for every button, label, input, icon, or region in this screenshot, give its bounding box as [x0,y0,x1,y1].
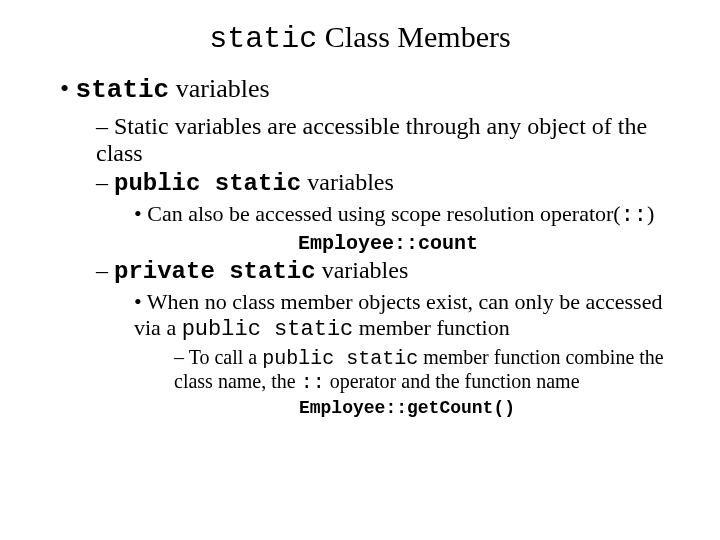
bullet-lvl2-2: public static variables Can also be acce… [96,169,680,255]
bullet-lvl2-1: Static variables are accessible through … [96,113,680,167]
lvl2-2-code: public static [114,170,301,197]
lvl4-1-code: public static [262,347,418,370]
lvl4-1-post: operator and the function name [325,370,580,392]
bullet-lvl4-1: To call a public static member function … [174,346,680,394]
bullet-lvl2-3: private static variables When no class m… [96,257,680,418]
code-example-2: Employee::getCount() [134,398,680,418]
bullet-lvl1-1: static variables Static variables are ac… [60,74,680,418]
code-example-1: Employee::count [96,232,680,255]
lvl2-3-rest: variables [316,257,409,283]
slide-title: static Class Members [40,20,680,56]
lvl2-1-text: Static variables are accessible through … [96,113,647,166]
lvl3-2-post: member function [353,315,509,340]
bullet-lvl3-1: Can also be accessed using scope resolut… [134,201,680,228]
lvl3-1-post: ) [647,201,654,226]
lvl2-3-code: private static [114,258,316,285]
lvl3-2-code: public static [182,317,354,342]
lvl2-2-rest: variables [301,169,394,195]
lvl3-1-pre: Can also be accessed using scope resolut… [147,201,620,226]
lvl1-1-code: static [76,75,170,105]
title-code: static [209,22,317,56]
lvl3-1-code: :: [621,203,647,228]
lvl4-1-pre: To call a [189,346,263,368]
title-rest: Class Members [317,20,510,53]
bullet-lvl3-2: When no class member objects exist, can … [134,289,680,418]
lvl1-1-rest: variables [169,74,269,103]
lvl4-1-code2: :: [301,371,325,394]
